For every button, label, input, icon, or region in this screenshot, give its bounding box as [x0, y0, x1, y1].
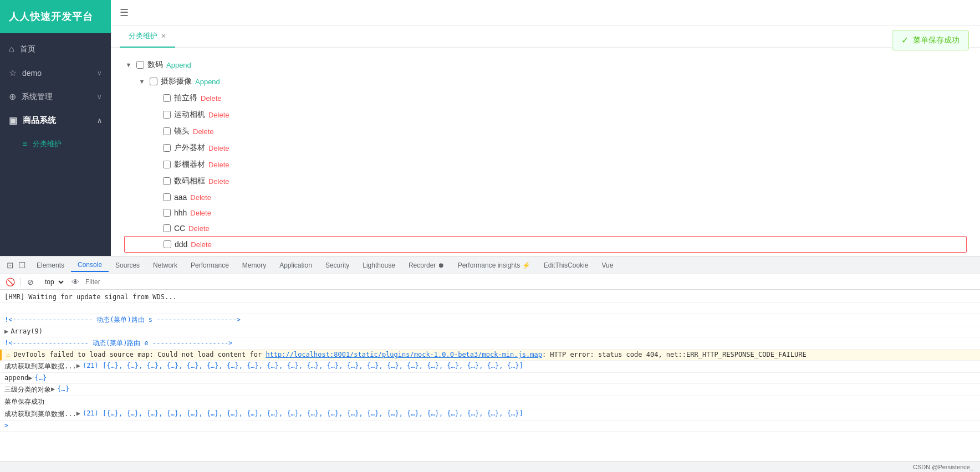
tree-label: 镜头 — [174, 126, 190, 136]
expand-triangle-icon[interactable]: ▶ — [51, 385, 55, 393]
top-bar: ☰ — [111, 0, 980, 25]
expand-triangle-icon[interactable]: ▶ — [28, 374, 32, 382]
tab-security[interactable]: Security — [319, 259, 356, 271]
home-icon: ⌂ — [9, 44, 14, 54]
delete-action[interactable]: Delete — [208, 177, 229, 186]
sidebar-item-system[interactable]: ⊕ 系统管理 ∨ — [0, 85, 111, 109]
expand-placeholder — [151, 94, 160, 102]
tab-close-icon[interactable]: ✕ — [161, 33, 166, 39]
console-text: DevTools failed to load source map: Coul… — [13, 351, 806, 358]
filter-input[interactable] — [85, 278, 976, 286]
sidebar-item-label: 首页 — [20, 44, 35, 54]
tab-label: 分类维护 — [129, 31, 157, 41]
delete-action[interactable]: Delete — [208, 111, 229, 119]
sidebar-item-label: 系统管理 — [22, 92, 53, 102]
delete-action[interactable]: Delete — [208, 144, 229, 152]
tab-vue[interactable]: Vue — [595, 259, 620, 271]
tree-row: 镜头 Delete — [124, 123, 967, 140]
tree-checkbox[interactable] — [163, 209, 171, 217]
check-circle-icon: ✓ — [901, 35, 908, 45]
status-text: CSDN @Persistence_ — [913, 464, 973, 470]
console-line: 三级分类的对象 ▶ {…} — [0, 384, 980, 396]
tree-checkbox[interactable] — [163, 144, 171, 152]
expand-icon[interactable]: ▼ — [124, 60, 133, 69]
console-text: 成功获取到菜单数据... — [4, 362, 76, 371]
sidebar-menu: ⌂ 首页 ☆ demo ∨ ⊕ 系统管理 ∨ ▣ 商品系统 ∧ — [0, 33, 111, 256]
tab-console[interactable]: Console — [71, 259, 109, 272]
sidebar: 人人快速开发平台 ⌂ 首页 ☆ demo ∨ ⊕ 系统管理 ∨ ▣ — [0, 0, 111, 256]
delete-action[interactable]: Delete — [201, 94, 222, 102]
console-text: {…} — [35, 374, 47, 382]
tree-checkbox[interactable] — [150, 78, 157, 85]
block-icon[interactable]: ⊘ — [25, 276, 36, 288]
tab-lighthouse[interactable]: Lighthouse — [356, 259, 402, 271]
tree-checkbox[interactable] — [163, 161, 171, 168]
eye-icon[interactable]: 👁 — [70, 276, 81, 288]
console-text: !<------------------- 动态(菜单)路由 e -------… — [4, 338, 233, 348]
expand-placeholder — [151, 208, 160, 217]
delete-action[interactable]: Delete — [190, 193, 211, 202]
divider — [20, 278, 21, 286]
console-line: ▶ Array(9) — [0, 326, 980, 337]
sidebar-item-label: demo — [22, 69, 42, 78]
tab-sources[interactable]: Sources — [109, 259, 146, 271]
tree-checkbox[interactable] — [164, 240, 171, 248]
clear-console-icon[interactable]: 🚫 — [4, 276, 16, 288]
expand-icon[interactable]: ▼ — [137, 77, 146, 86]
expand-triangle-icon[interactable]: ▶ — [76, 409, 80, 417]
sidebar-item-category[interactable]: ≡ 分类维护 — [0, 132, 111, 156]
console-text: 成功获取到菜单数据... — [4, 409, 76, 419]
tab-application[interactable]: Application — [273, 259, 319, 271]
sidebar-item-label: 商品系统 — [23, 115, 56, 126]
tree-checkbox[interactable] — [163, 111, 171, 119]
tab-recorder[interactable]: Recorder ⏺ — [402, 259, 451, 271]
main-content: ☰ 分类维护 ✕ ✓ 菜单保存成功 ▼ 数码 Append — [111, 0, 980, 256]
tree-row: ▼ 数码 Append — [124, 57, 967, 73]
delete-action[interactable]: Delete — [193, 127, 214, 136]
toast-message: 菜单保存成功 — [913, 35, 959, 45]
hamburger-icon[interactable]: ☰ — [120, 7, 129, 19]
tab-network[interactable]: Network — [146, 259, 184, 271]
delete-action[interactable]: Delete — [208, 161, 229, 169]
tab-perf-insights[interactable]: Performance insights ⚡ — [451, 259, 537, 271]
tree-row: 拍立得 Delete — [124, 90, 967, 106]
tree-checkbox[interactable] — [163, 193, 171, 201]
expand-triangle-icon[interactable]: ▶ — [76, 362, 80, 370]
inspect-icon[interactable]: ⊡ — [7, 260, 14, 270]
tree-checkbox[interactable] — [163, 127, 171, 135]
tree-checkbox[interactable] — [136, 61, 144, 69]
tree-checkbox[interactable] — [163, 224, 171, 232]
context-select[interactable]: top — [40, 276, 65, 288]
tree-label: 拍立得 — [174, 93, 197, 103]
tree-checkbox[interactable] — [163, 177, 171, 185]
expand-placeholder — [151, 143, 160, 152]
delete-action[interactable]: Delete — [191, 240, 212, 249]
console-line: 成功获取到菜单数据... ▶ (21) [{…}, {…}, {…}, {…},… — [0, 408, 980, 420]
console-line — [0, 303, 980, 314]
tab-editthiscookie[interactable]: EditThisCookie — [537, 259, 595, 271]
tree-row: CC Delete — [124, 220, 967, 236]
tab-category[interactable]: 分类维护 ✕ — [120, 25, 175, 48]
delete-action[interactable]: Delete — [190, 209, 211, 217]
sidebar-item-label: 分类维护 — [33, 139, 62, 149]
tab-performance[interactable]: Performance — [184, 259, 236, 271]
sidebar-item-demo[interactable]: ☆ demo ∨ — [0, 61, 111, 85]
tab-memory[interactable]: Memory — [236, 259, 273, 271]
console-text: !<-------------------- 动态(菜单)路由 s ------… — [4, 315, 241, 325]
grid-icon: ▣ — [9, 115, 17, 126]
tree-checkbox[interactable] — [163, 94, 171, 102]
settings-icon: ⊕ — [9, 91, 16, 102]
expand-triangle-icon[interactable]: ▶ — [4, 327, 8, 335]
tab-elements[interactable]: Elements — [30, 259, 71, 271]
device-icon[interactable]: ☐ — [18, 260, 25, 270]
append-action[interactable]: Append — [166, 61, 191, 69]
append-action[interactable]: Append — [195, 78, 220, 86]
console-line: append ▶ {…} — [0, 373, 980, 384]
sidebar-item-goods[interactable]: ▣ 商品系统 ∧ — [0, 109, 111, 132]
source-map-link[interactable]: http://localhost:8001/static/plugins/moc… — [266, 351, 542, 358]
sidebar-item-home[interactable]: ⌂ 首页 — [0, 38, 111, 61]
delete-action[interactable]: Delete — [188, 224, 210, 233]
tree-label: 摄影摄像 — [161, 76, 192, 86]
sidebar-title: 人人快速开发平台 — [0, 0, 111, 33]
expand-placeholder — [151, 177, 160, 186]
